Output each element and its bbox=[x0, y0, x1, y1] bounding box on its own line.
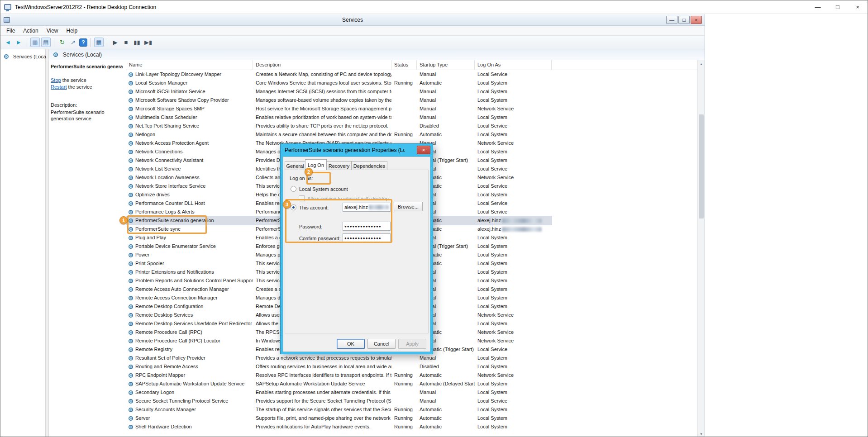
remote-desktop: Services — □ × File Action View Help ◄►▥… bbox=[0, 14, 868, 437]
restart-service-link[interactable]: Restart bbox=[51, 84, 67, 90]
forward-icon[interactable]: ► bbox=[14, 38, 24, 47]
scroll-down-icon[interactable]: ▼ bbox=[698, 430, 705, 437]
stop-service-link[interactable]: Stop bbox=[51, 77, 61, 83]
service-name-cell: Remote Access Auto Connection Manager bbox=[126, 285, 253, 294]
show-description-icon[interactable]: ▦ bbox=[94, 38, 104, 47]
service-gear-icon bbox=[129, 279, 133, 283]
dialog-close-button[interactable]: × bbox=[417, 146, 430, 154]
service-logon-cell: Local System bbox=[475, 96, 552, 104]
table-row[interactable]: Secondary LogonEnables starting processe… bbox=[126, 388, 552, 397]
table-row[interactable]: Microsoft Storage Spaces SMPHost service… bbox=[126, 104, 552, 113]
menu-file[interactable]: File bbox=[2, 26, 19, 35]
table-row[interactable]: NetlogonMaintains a secure channel betwe… bbox=[126, 130, 552, 139]
service-description-cell: Enables relative prioritization of work … bbox=[253, 113, 391, 122]
service-gear-icon bbox=[129, 158, 133, 163]
dialog-title: PerformerSuite scenario generation Prope… bbox=[283, 147, 405, 153]
service-name-cell: Print Spooler bbox=[126, 259, 253, 268]
service-status-cell bbox=[391, 96, 417, 104]
this-account-radio[interactable] bbox=[291, 204, 296, 210]
table-row[interactable]: Resultant Set of Policy ProviderProvides… bbox=[126, 354, 552, 362]
service-gear-icon bbox=[129, 382, 133, 386]
start-service-icon[interactable]: ▶ bbox=[110, 38, 120, 47]
table-row[interactable]: Local Session ManagerCore Windows Servic… bbox=[126, 79, 552, 87]
service-description-cell: Provides ability to share TCP ports over… bbox=[253, 122, 391, 130]
vertical-scrollbar[interactable]: ▲ ▼ bbox=[697, 60, 705, 437]
tree-item-services-local[interactable]: Services (Local) bbox=[0, 53, 45, 60]
table-row[interactable]: SAPSetup Automatic Workstation Update Se… bbox=[126, 380, 552, 388]
service-logon-cell: Local System bbox=[475, 242, 552, 251]
password-input[interactable]: ●●●●●●●●●●●●●● bbox=[343, 222, 391, 231]
export-list-icon[interactable]: ↗ bbox=[68, 38, 78, 47]
service-gear-icon bbox=[129, 176, 133, 180]
column-header-name[interactable]: Name bbox=[126, 60, 253, 70]
service-name-cell: Remote Procedure Call (RPC) Locator bbox=[126, 337, 253, 345]
confirm-password-input[interactable]: ●●●●●●●●●●●●●● bbox=[343, 233, 391, 242]
this-account-label: This account: bbox=[299, 205, 329, 210]
service-logon-cell: Local System bbox=[475, 259, 552, 268]
table-row[interactable]: Net.Tcp Port Sharing ServiceProvides abi… bbox=[126, 122, 552, 130]
table-row[interactable]: Security Accounts ManagerThe startup of … bbox=[126, 405, 552, 414]
services-titlebar: Services — □ × bbox=[0, 14, 705, 26]
table-row[interactable]: ServerSupports file, print, and named-pi… bbox=[126, 414, 552, 423]
column-header-startup-type[interactable]: Startup Type bbox=[417, 60, 475, 70]
menu-view[interactable]: View bbox=[43, 26, 62, 35]
rdp-close-button[interactable]: × bbox=[848, 0, 868, 14]
column-header-status[interactable]: Status bbox=[391, 60, 417, 70]
table-row[interactable]: Secure Socket Tunneling Protocol Service… bbox=[126, 397, 552, 405]
refresh-icon[interactable]: ↻ bbox=[57, 38, 67, 47]
service-startup-cell: Manual bbox=[417, 87, 475, 96]
tab-dependencies[interactable]: Dependencies bbox=[351, 161, 387, 170]
service-description-cell: Manages software-based volume shadow cop… bbox=[253, 96, 391, 104]
pause-service-icon[interactable]: ▮▮ bbox=[132, 38, 142, 47]
services-minimize-button[interactable]: — bbox=[666, 16, 677, 24]
service-startup-cell: Disabled bbox=[417, 122, 475, 130]
service-name-cell: PerformerSuite sync bbox=[126, 225, 253, 233]
rdp-maximize-button[interactable]: □ bbox=[828, 0, 848, 14]
toolbar-separator bbox=[91, 38, 91, 47]
toolbar-separator bbox=[27, 38, 27, 47]
interact-desktop-checkbox[interactable] bbox=[299, 195, 305, 201]
back-icon[interactable]: ◄ bbox=[3, 38, 13, 47]
tab-recovery[interactable]: Recovery bbox=[326, 161, 352, 170]
scrollbar-thumb[interactable] bbox=[699, 114, 704, 218]
toolbar-separator bbox=[54, 38, 54, 47]
column-header-log-on-as[interactable]: Log On As bbox=[475, 60, 552, 70]
service-gear-icon bbox=[129, 416, 133, 421]
account-input[interactable]: alexej.hinz bbox=[343, 203, 391, 212]
table-row[interactable]: RPC Endpoint MapperResolves RPC interfac… bbox=[126, 371, 552, 380]
table-row[interactable]: Link-Layer Topology Discovery MapperCrea… bbox=[126, 70, 552, 79]
help-icon[interactable]: ? bbox=[79, 38, 87, 47]
restart-service-icon[interactable]: ▶▮ bbox=[143, 38, 153, 47]
service-status-cell: Running bbox=[391, 405, 417, 414]
table-row[interactable]: Routing and Remote AccessOffers routing … bbox=[126, 362, 552, 371]
service-name-cell: Performance Logs & Alerts bbox=[126, 208, 253, 216]
ok-button[interactable]: OK bbox=[337, 339, 365, 349]
service-description-cell: Enables starting processes under alterna… bbox=[253, 388, 391, 397]
services-close-button[interactable]: × bbox=[691, 16, 702, 24]
table-row[interactable]: Multimedia Class SchedulerEnables relati… bbox=[126, 113, 552, 122]
column-header-description[interactable]: Description bbox=[253, 60, 391, 70]
confirm-password-label: Confirm password: bbox=[299, 236, 341, 241]
properties-icon[interactable]: ▤ bbox=[41, 38, 51, 47]
service-gear-icon bbox=[129, 184, 133, 189]
pane-splitter[interactable] bbox=[46, 49, 49, 437]
table-row[interactable]: Microsoft Software Shadow Copy ProviderM… bbox=[126, 96, 552, 104]
menu-action[interactable]: Action bbox=[19, 26, 42, 35]
tab-general[interactable]: General bbox=[285, 161, 305, 170]
browse-button[interactable]: Browse... bbox=[394, 202, 423, 211]
service-name-cell: Microsoft iSCSI Initiator Service bbox=[126, 87, 253, 96]
menu-bar: File Action View Help bbox=[0, 26, 705, 36]
services-restore-button[interactable]: □ bbox=[678, 16, 690, 24]
rdp-minimize-button[interactable]: — bbox=[808, 0, 828, 14]
service-logon-cell: Local System bbox=[475, 130, 552, 139]
menu-help[interactable]: Help bbox=[62, 26, 82, 35]
table-row[interactable]: Microsoft iSCSI Initiator ServiceManages… bbox=[126, 87, 552, 96]
service-name-cell: Performance Counter DLL Host bbox=[126, 199, 253, 208]
show-hide-console-tree-icon[interactable]: ▥ bbox=[30, 38, 40, 47]
service-startup-cell: Manual bbox=[417, 397, 475, 405]
cancel-button[interactable]: Cancel bbox=[367, 339, 396, 349]
local-system-radio[interactable] bbox=[291, 186, 296, 192]
stop-service-icon[interactable]: ■ bbox=[121, 38, 131, 47]
scroll-up-icon[interactable]: ▲ bbox=[698, 60, 705, 67]
table-row[interactable]: Shell Hardware DetectionProvides notific… bbox=[126, 423, 552, 431]
